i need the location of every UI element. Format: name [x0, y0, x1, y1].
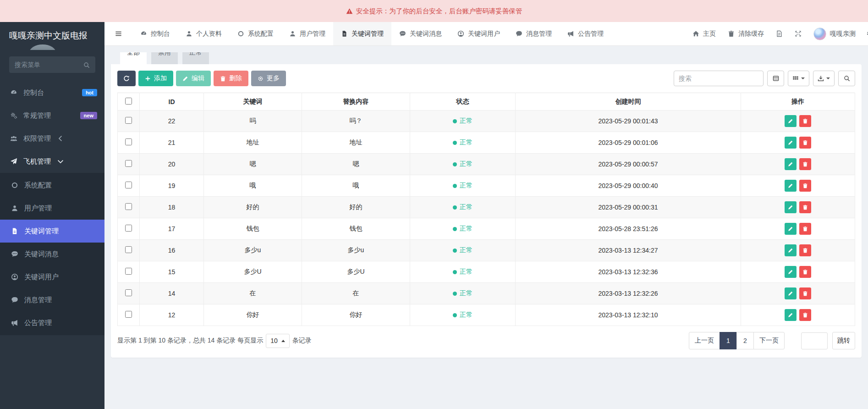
edit-row-button[interactable] — [785, 309, 797, 321]
row-checkbox[interactable] — [125, 182, 132, 188]
edit-row-button[interactable] — [785, 244, 797, 256]
comment-dots-icon — [399, 30, 406, 37]
export-button[interactable] — [813, 71, 835, 86]
filter-tab-normal[interactable]: 正常 — [182, 52, 209, 64]
edit-row-button[interactable] — [785, 287, 797, 299]
tab-keyword-messages[interactable]: 关键词消息 — [391, 22, 450, 45]
tab-keyword-management[interactable]: 关键词管理 — [333, 22, 391, 45]
column-header-ops[interactable]: 操作 — [741, 93, 855, 111]
language-button[interactable] — [770, 22, 789, 45]
sidebar-item-console[interactable]: 控制台hot — [0, 81, 104, 104]
sidebar-item-announcement-management[interactable]: 公告管理 — [0, 311, 104, 334]
refresh-button[interactable] — [117, 71, 136, 86]
tab-user-management[interactable]: 用户管理 — [281, 22, 333, 45]
prev-page-button[interactable]: 上一页 — [689, 332, 720, 349]
sidebar-item-message-management[interactable]: 消息管理 — [0, 288, 104, 311]
column-header-status[interactable]: 状态 — [410, 93, 516, 111]
user-menu-button[interactable]: 嘎嘎亲测 — [808, 22, 862, 45]
column-header-created[interactable]: 创建时间 — [516, 93, 741, 111]
sidebar-item-keyword-users[interactable]: 关键词用户 — [0, 265, 104, 288]
page-jump-button[interactable]: 跳转 — [832, 332, 855, 349]
delete-row-button[interactable] — [799, 244, 811, 256]
delete-row-button[interactable] — [799, 309, 811, 321]
trash-icon — [220, 76, 226, 82]
gear-icon — [258, 76, 264, 82]
table-search-input[interactable] — [674, 71, 764, 86]
cell-keyword: 你好 — [204, 304, 302, 326]
menu-toggle[interactable] — [104, 22, 132, 45]
status-badge: 正常 — [453, 268, 472, 276]
tab-console[interactable]: 控制台 — [132, 22, 178, 45]
column-header-id[interactable]: ID — [140, 93, 204, 111]
edit-row-button[interactable] — [785, 158, 797, 170]
edit-row-button[interactable] — [785, 115, 797, 127]
search-toggle-button[interactable] — [838, 71, 855, 86]
edit-row-button[interactable] — [785, 266, 797, 278]
page-size-dropdown[interactable]: 10 — [266, 334, 290, 348]
column-header-keyword[interactable]: 关键词 — [204, 93, 302, 111]
sidebar-item-label: 常规管理 — [23, 111, 51, 120]
tab-profile[interactable]: 个人资料 — [178, 22, 230, 45]
row-checkbox[interactable] — [125, 289, 132, 296]
sidebar-item-label: 关键词用户 — [24, 273, 59, 282]
clear-cache-button[interactable]: 清除缓存 — [722, 22, 770, 45]
row-checkbox[interactable] — [125, 160, 132, 167]
page-button-1[interactable]: 1 — [720, 332, 737, 349]
sidebar-item-user-management[interactable]: 用户管理 — [0, 197, 104, 220]
row-checkbox[interactable] — [125, 203, 132, 210]
page-jump-input[interactable] — [801, 332, 828, 349]
tab-announcement-management[interactable]: 公告管理 — [560, 22, 611, 45]
fullscreen-button[interactable] — [789, 22, 808, 45]
chevron-down-icon — [57, 158, 64, 165]
next-page-button[interactable]: 下一页 — [753, 332, 785, 349]
page-button-2[interactable]: 2 — [736, 332, 754, 349]
tab-label: 消息管理 — [526, 30, 552, 38]
home-button[interactable]: 主页 — [687, 22, 722, 45]
delete-row-button[interactable] — [799, 180, 811, 192]
add-button[interactable]: 添加 — [138, 71, 173, 86]
sidebar-item-general-management[interactable]: 常规管理new — [0, 104, 104, 127]
cell-status: 正常 — [410, 197, 516, 218]
tab-message-management[interactable]: 消息管理 — [508, 22, 560, 45]
delete-row-button[interactable] — [799, 266, 811, 278]
tab-system-config[interactable]: 系统配置 — [230, 22, 281, 45]
pencil-icon — [788, 226, 793, 232]
edit-row-button[interactable] — [785, 180, 797, 192]
cell-keyword: 钱包 — [204, 218, 302, 240]
trash-icon — [728, 30, 735, 37]
row-checkbox[interactable] — [125, 225, 132, 232]
row-checkbox[interactable] — [125, 138, 132, 145]
more-button[interactable]: 更多 — [251, 71, 286, 86]
delete-row-button[interactable] — [799, 115, 811, 127]
sidebar-item-system-config[interactable]: 系统配置 — [0, 174, 104, 197]
sidebar-item-plane-management[interactable]: 飞机管理 — [0, 150, 104, 173]
sidebar-item-keyword-management[interactable]: 关键词管理 — [0, 220, 104, 243]
row-checkbox[interactable] — [125, 246, 132, 253]
delete-row-button[interactable] — [799, 158, 811, 170]
filter-tab-all[interactable]: 全部 — [120, 52, 147, 64]
tab-keyword-users[interactable]: 关键词用户 — [450, 22, 508, 45]
delete-button[interactable]: 删除 — [214, 71, 248, 86]
edit-row-button[interactable] — [785, 137, 797, 149]
settings-button[interactable] — [862, 22, 868, 45]
row-checkbox[interactable] — [125, 268, 132, 275]
delete-row-button[interactable] — [799, 223, 811, 235]
select-all-checkbox[interactable] — [125, 98, 132, 105]
delete-row-button[interactable] — [799, 201, 811, 213]
sidebar-item-permission-management[interactable]: 权限管理 — [0, 127, 104, 150]
delete-row-button[interactable] — [799, 137, 811, 149]
column-header-replace[interactable]: 替换内容 — [302, 93, 410, 111]
edit-row-button[interactable] — [785, 223, 797, 235]
tab-label: 系统配置 — [248, 30, 274, 38]
row-checkbox[interactable] — [125, 311, 132, 318]
delete-row-button[interactable] — [799, 287, 811, 299]
row-checkbox[interactable] — [125, 117, 132, 124]
toggle-view-button[interactable] — [767, 71, 784, 86]
sidebar-search-input[interactable] — [15, 61, 83, 68]
edit-button[interactable]: 编辑 — [176, 71, 211, 86]
filter-tab-disabled[interactable]: 禁用 — [151, 52, 178, 64]
edit-row-button[interactable] — [785, 201, 797, 213]
plus-icon — [145, 76, 151, 82]
columns-button[interactable] — [788, 71, 809, 86]
sidebar-item-keyword-messages[interactable]: 关键词消息 — [0, 243, 104, 265]
